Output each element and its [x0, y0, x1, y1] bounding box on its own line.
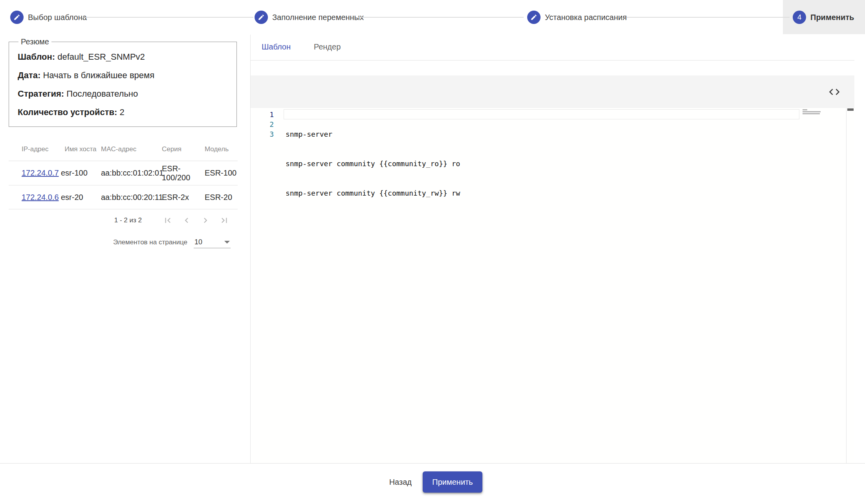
device-model: ESR-100 [205, 169, 238, 178]
pencil-icon [255, 11, 268, 24]
step-header-apply[interactable]: 4 Применить [793, 0, 854, 35]
pencil-icon [10, 11, 24, 24]
col-header-series: Серия [162, 145, 205, 153]
paginator-size-row: Элементов на странице 10 [9, 233, 238, 252]
col-header-hostname: Имя хоста [61, 145, 100, 153]
step-number-badge: 4 [793, 11, 806, 24]
pencil-icon [527, 11, 541, 24]
wizard-footer: Назад Применить [0, 463, 865, 504]
step-header-template-selection[interactable]: Выбор шаблона [10, 0, 87, 35]
summary-legend: Резюме [18, 37, 51, 46]
table-row: 172.24.0.7 esr-100 aa:bb:cc:01:02:01 ESR… [9, 161, 238, 185]
minimap-divider [846, 108, 847, 463]
items-per-page-label: Элементов на странице [113, 238, 187, 246]
line-number-gutter: 1 2 3 [251, 110, 274, 139]
step-label: Выбор шаблона [28, 13, 87, 22]
line-number: 2 [251, 119, 274, 129]
device-hostname: esr-100 [61, 169, 100, 178]
device-series: ESR-100/200 [162, 164, 205, 182]
editor-tabbar: Шаблон Рендер [251, 34, 854, 60]
col-header-model: Модель [205, 145, 238, 153]
tab-template[interactable]: Шаблон [251, 34, 302, 60]
device-mac: aa:bb:cc:00:20:11 [100, 193, 162, 202]
apply-template-wizard: Выбор шаблона Заполнение переменных Уста… [0, 0, 865, 504]
table-row: 172.24.0.6 esr-20 aa:bb:cc:00:20:11 ESR-… [9, 185, 238, 209]
paginator: 1 - 2 из 2 Элементов на странице 10 [9, 209, 238, 252]
table-header-row: IP-адрес Имя хоста MAC-адрес Серия Модел… [9, 138, 238, 161]
last-page-button[interactable] [215, 211, 234, 230]
next-page-button[interactable] [196, 211, 215, 230]
summary-strategy: Стратегия: Последовательно [18, 89, 229, 99]
device-ip-link[interactable]: 172.24.0.7 [22, 169, 59, 177]
previous-page-button[interactable] [177, 211, 196, 230]
previous-page-icon [181, 215, 192, 225]
back-button[interactable]: Назад [383, 471, 418, 493]
device-table: IP-адрес Имя хоста MAC-адрес Серия Модел… [9, 138, 238, 209]
code-lines: snmp-server snmp-server community {{comm… [286, 110, 460, 218]
code-line: snmp-server community {{community_rw}} r… [286, 188, 460, 198]
first-page-icon [163, 215, 173, 225]
step-label: Заполнение переменных [272, 13, 364, 22]
summary-template: Шаблон: default_ESR_SNMPv2 [18, 52, 229, 62]
line-number: 1 [251, 110, 274, 119]
col-header-ip: IP-адрес [9, 145, 61, 153]
col-header-mac: MAC-адрес [100, 145, 162, 153]
apply-button[interactable]: Применить [423, 471, 482, 493]
device-model: ESR-20 [205, 193, 238, 202]
step-label: Установка расписания [545, 13, 627, 22]
step-header-schedule[interactable]: Установка расписания [527, 0, 627, 35]
vertical-scrollbar-thumb[interactable] [847, 108, 854, 111]
line-number: 3 [251, 129, 274, 139]
paginator-nav-row: 1 - 2 из 2 [9, 209, 238, 231]
page-size-select[interactable]: 10 [194, 236, 231, 248]
step-header-fill-variables[interactable]: Заполнение переменных [255, 0, 364, 35]
stepper-header: Выбор шаблона Заполнение переменных Уста… [0, 0, 865, 35]
next-page-icon [200, 215, 211, 225]
device-mac: aa:bb:cc:01:02:01 [100, 169, 162, 178]
chevron-down-icon [224, 241, 230, 244]
step-connector [358, 17, 524, 18]
template-code-editor: 1 2 3 snmp-server snmp-server community … [251, 75, 854, 463]
summary-date: Дата: Начать в ближайшее время [18, 70, 229, 81]
step-connector [626, 17, 790, 18]
code-icon [828, 86, 841, 98]
summary-device-count: Количество устройств: 2 [18, 107, 229, 117]
last-page-icon [219, 215, 229, 225]
code-view-button[interactable] [826, 84, 843, 100]
first-page-button[interactable] [158, 211, 177, 230]
device-hostname: esr-20 [61, 193, 100, 202]
editor-minimap [803, 109, 846, 115]
paginator-range-label: 1 - 2 из 2 [114, 216, 142, 224]
device-series: ESR-2x [162, 193, 205, 202]
code-line: snmp-server [286, 129, 460, 139]
step-label: Применить [810, 13, 854, 22]
code-area[interactable]: 1 2 3 snmp-server snmp-server community … [251, 108, 854, 463]
editor-toolbar [251, 75, 854, 108]
tab-render[interactable]: Рендер [302, 34, 353, 60]
page-size-value: 10 [194, 238, 202, 246]
step-connector [84, 17, 253, 18]
code-line: snmp-server community {{community_ro}} r… [286, 159, 460, 169]
device-ip-link[interactable]: 172.24.0.6 [22, 193, 59, 202]
summary-fieldset: Резюме Шаблон: default_ESR_SNMPv2 Дата: … [9, 37, 237, 127]
